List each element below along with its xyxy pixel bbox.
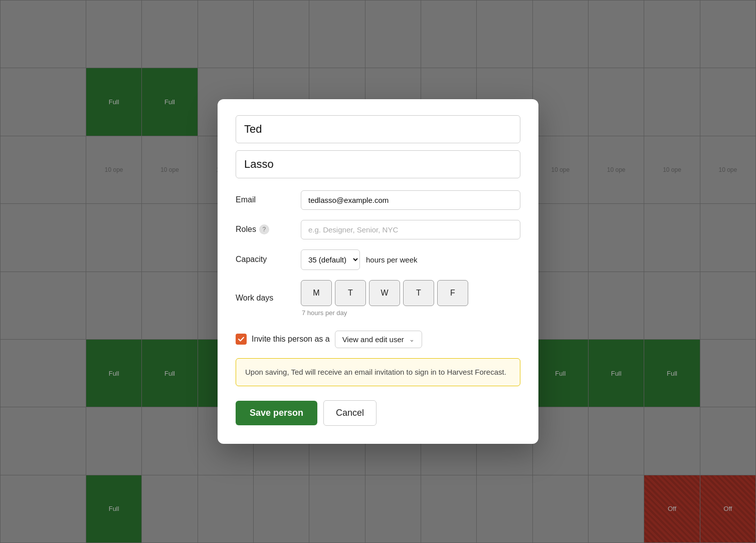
info-box: Upon saving, Ted will receive an email i… [236,358,520,387]
action-row: Save person Cancel [236,400,520,426]
capacity-select[interactable]: 35 (default) 40 30 20 10 [301,249,360,270]
hours-per-day-label: 7 hours per day [301,309,520,317]
day-monday-button[interactable]: M [301,280,332,306]
day-tuesday-button[interactable]: T [335,280,366,306]
capacity-row: 35 (default) 40 30 20 10 hours per week [301,249,520,270]
day-thursday-button[interactable]: T [403,280,434,306]
day-friday-button[interactable]: F [437,280,468,306]
role-dropdown-value: View and edit user [342,335,404,344]
last-name-input[interactable] [236,150,520,178]
workdays-row: M T W T F 7 hours per day [301,280,520,317]
roles-label: Roles ? [236,224,301,234]
roles-input[interactable] [301,220,520,239]
first-name-input[interactable] [236,115,520,143]
save-person-button[interactable]: Save person [236,401,317,425]
invite-label: Invite this person as a [252,335,330,344]
capacity-label: Capacity [236,255,301,264]
day-wednesday-button[interactable]: W [369,280,400,306]
form-fields: Email Roles ? Capacity 35 (default) 40 3… [236,190,520,317]
invite-checkbox[interactable] [236,334,247,345]
chevron-down-icon: ⌄ [409,336,415,343]
invite-section: Invite this person as a View and edit us… [236,331,520,348]
email-input[interactable] [301,190,520,210]
cancel-button[interactable]: Cancel [323,400,376,426]
email-label: Email [236,195,301,204]
checkmark-icon [238,336,245,343]
workdays-label: Work days [236,294,301,303]
hours-per-week-label: hours per week [366,255,418,264]
day-buttons: M T W T F [301,280,520,306]
user-form-modal: Email Roles ? Capacity 35 (default) 40 3… [218,99,538,444]
modal-overlay: Email Roles ? Capacity 35 (default) 40 3… [0,0,756,543]
roles-help-icon[interactable]: ? [259,224,269,234]
role-dropdown[interactable]: View and edit user ⌄ [335,331,422,348]
